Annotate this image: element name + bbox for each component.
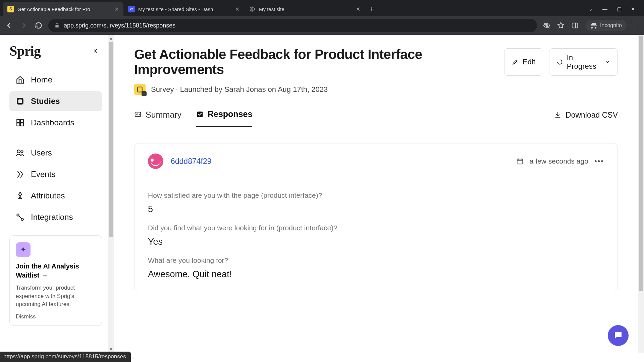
svg-rect-13 — [138, 87, 142, 92]
sidebar-item-label: Users — [31, 148, 52, 158]
close-window-icon[interactable]: ✕ — [631, 6, 635, 12]
page-title: Get Actionable Feedback for Product Inte… — [134, 47, 497, 77]
tab-summary[interactable]: Summary — [134, 110, 181, 126]
pencil-icon — [512, 59, 519, 65]
browser-tab-1[interactable]: S Get Actionable Feedback for Pro ✕ — [3, 2, 123, 16]
sidebar-item-label: Home — [31, 75, 52, 84]
status-link: https://app.sprig.com/surveys/115815/res… — [0, 352, 131, 362]
tab-search-icon[interactable]: ⌄ — [589, 6, 593, 12]
url-text: app.sprig.com/surveys/115815/responses — [64, 22, 175, 29]
more-menu-icon[interactable]: ••• — [594, 157, 604, 166]
tab-close-icon[interactable]: ✕ — [356, 6, 360, 12]
new-tab-button[interactable]: + — [365, 5, 379, 13]
tab-title: My test site — [259, 6, 353, 12]
question-text: Did you find what you were looking for i… — [148, 224, 604, 232]
answer-text: Yes — [148, 237, 604, 247]
response-card: 6ddd874f29 a few seconds ago ••• How sat… — [134, 143, 618, 291]
sidebar-item-label: Studies — [31, 97, 60, 106]
answer-text: 5 — [148, 204, 604, 215]
sidebar-scrollbar[interactable]: ▲ ▼ — [108, 35, 114, 353]
sidebar-item-label: Dashboards — [31, 118, 74, 127]
question-text: How satisfied are you with the page (pro… — [148, 191, 604, 199]
eye-off-icon[interactable] — [543, 22, 550, 29]
edit-label: Edit — [523, 58, 535, 66]
attributes-icon — [15, 191, 25, 200]
window-controls: ⌄ — ▢ ✕ — [589, 6, 641, 12]
home-icon — [15, 75, 25, 84]
promo-dismiss[interactable]: Dismiss — [16, 313, 96, 320]
checkbox-icon — [196, 111, 204, 118]
forward-icon — [20, 22, 28, 29]
download-csv-button[interactable]: Download CSV — [554, 111, 618, 126]
sidebar-item-events[interactable]: Events — [9, 164, 102, 184]
download-icon — [554, 111, 561, 119]
svg-rect-4 — [18, 100, 22, 103]
calendar-icon — [516, 158, 524, 165]
tab-close-icon[interactable]: ✕ — [114, 6, 119, 12]
logo[interactable]: Sprig — [9, 43, 41, 59]
chat-icon — [613, 330, 623, 341]
url-input[interactable]: app.sprig.com/surveys/115815/responses — [48, 19, 537, 32]
respondent-id[interactable]: 6ddd874f29 — [171, 157, 212, 166]
tab-label: Summary — [146, 110, 181, 120]
respondent-avatar — [148, 154, 163, 169]
kebab-menu-icon[interactable]: ⋮ — [633, 22, 639, 29]
incognito-badge[interactable]: Incognito — [585, 20, 627, 31]
reload-icon[interactable] — [35, 22, 42, 29]
side-panel-icon[interactable] — [571, 22, 579, 29]
sidebar-item-integrations[interactable]: Integrations — [9, 207, 102, 227]
promo-body: Transform your product experience with S… — [16, 284, 96, 309]
svg-rect-7 — [17, 123, 20, 126]
sidebar-item-label: Events — [31, 170, 55, 179]
status-dropdown[interactable]: In-Progress — [549, 48, 618, 76]
sidebar-item-home[interactable]: Home — [9, 70, 102, 90]
tab-label: Responses — [208, 109, 252, 119]
tab-close-icon[interactable]: ✕ — [235, 6, 239, 12]
progress-icon — [557, 59, 563, 65]
main-content: Get Actionable Feedback for Product Inte… — [114, 35, 638, 353]
chat-fab[interactable] — [608, 325, 629, 346]
back-icon[interactable] — [5, 22, 13, 29]
sparkle-icon: ✦ — [16, 242, 31, 257]
sidebar-item-dashboards[interactable]: Dashboards — [9, 113, 102, 133]
minimize-icon[interactable]: — — [602, 6, 607, 12]
browser-tab-2[interactable]: My test site - Shared Sites - Dash ✕ — [123, 2, 244, 16]
svg-rect-6 — [20, 119, 23, 122]
browser-tab-3[interactable]: My test site ✕ — [244, 2, 365, 16]
svg-point-9 — [17, 150, 20, 153]
response-time: a few seconds ago — [530, 157, 588, 165]
svg-rect-16 — [517, 159, 523, 164]
status-label: In-Progress — [567, 53, 601, 71]
tab-responses[interactable]: Responses — [196, 109, 252, 127]
maximize-icon[interactable]: ▢ — [617, 6, 622, 12]
app-root: Sprig Home Studies Dashboards Users Even… — [0, 35, 644, 353]
browser-chrome: S Get Actionable Feedback for Pro ✕ My t… — [0, 0, 644, 35]
answer-text: Awesome. Quit neat! — [148, 269, 604, 280]
star-icon[interactable] — [557, 22, 565, 29]
favicon-sprig: S — [7, 6, 14, 12]
incognito-label: Incognito — [600, 22, 622, 28]
chart-icon — [134, 111, 142, 118]
svg-rect-2 — [572, 23, 578, 28]
survey-meta: Survey · Launched by Sarah Jonas on Aug … — [151, 85, 328, 94]
collapse-sidebar-icon[interactable] — [93, 48, 100, 54]
sidebar-item-attributes[interactable]: Attributes — [9, 186, 102, 206]
sidebar-item-label: Integrations — [31, 213, 73, 222]
tab-title: My test site - Shared Sites - Dash — [138, 6, 232, 12]
promo-card: ✦ Join the AI Analysis Waitlist → Transf… — [9, 235, 102, 326]
dashboards-icon — [15, 118, 25, 127]
tabs: Summary Responses Download CSV — [134, 109, 618, 127]
main-scrollbar[interactable] — [638, 35, 644, 353]
sidebar-item-users[interactable]: Users — [9, 143, 102, 163]
edit-button[interactable]: Edit — [504, 48, 543, 76]
tab-strip: S Get Actionable Feedback for Pro ✕ My t… — [0, 0, 644, 16]
svg-point-10 — [21, 151, 23, 153]
promo-title[interactable]: Join the AI Analysis Waitlist → — [16, 262, 96, 280]
integrations-icon — [15, 213, 25, 222]
lock-icon — [54, 23, 60, 28]
url-bar: app.sprig.com/surveys/115815/responses I… — [0, 16, 644, 35]
svg-rect-5 — [17, 119, 20, 122]
sidebar-item-studies[interactable]: Studies — [9, 91, 102, 111]
sidebar-item-label: Attributes — [31, 191, 65, 200]
tab-title: Get Actionable Feedback for Pro — [17, 6, 111, 12]
